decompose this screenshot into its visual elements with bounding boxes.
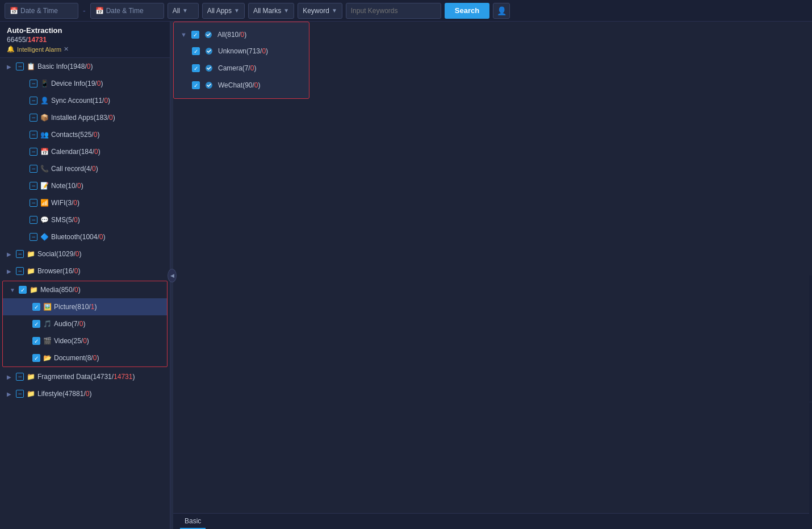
- keyword-filter[interactable]: Keyword ▼: [298, 3, 342, 19]
- user-icon: 👤: [497, 6, 507, 15]
- checkbox-camera[interactable]: [192, 64, 200, 72]
- tree-item-media[interactable]: ▼ 📁 Media(850/0): [3, 281, 167, 298]
- tree-item-picture[interactable]: 🖼️ Picture(810/1): [3, 298, 167, 315]
- item-label-basic-info: Basic Info(1948/0): [37, 63, 165, 70]
- item-label-installed-apps: Installed Apps(183/0): [51, 114, 165, 122]
- user-icon-button[interactable]: 👤: [493, 3, 510, 19]
- tree-item-social[interactable]: ▶ 📁 Social(1029/0): [0, 245, 170, 263]
- item-icon-basic-info: 📋: [26, 62, 35, 71]
- expand-icon-dropdown: ▼: [181, 31, 187, 38]
- apps-dropdown-item-camera[interactable]: Camera(7/0): [174, 60, 309, 77]
- expand-icon-social: ▶: [7, 251, 14, 257]
- main-layout: Auto-Extraction 66455/14731 🔔 Intelligen…: [0, 22, 812, 529]
- checkbox-bluetooth[interactable]: [30, 233, 37, 241]
- tree-item-installed-apps[interactable]: 📦 Installed Apps(183/0): [0, 109, 170, 126]
- checkbox-picture[interactable]: [32, 303, 40, 311]
- tab-basic[interactable]: Basic: [180, 514, 206, 529]
- alarm-icon: 🔔: [7, 45, 15, 53]
- checkbox-wifi[interactable]: [30, 199, 37, 207]
- checkbox-wechat[interactable]: [192, 81, 200, 89]
- sidebar: Auto-Extraction 66455/14731 🔔 Intelligen…: [0, 22, 170, 529]
- item-icon-calendar: 📅: [40, 147, 49, 156]
- filter-all-select[interactable]: All ▼: [168, 3, 199, 19]
- checkbox-contacts[interactable]: [30, 131, 37, 139]
- search-button[interactable]: Search: [445, 3, 489, 19]
- item-label-social: Social(1029/0): [37, 250, 165, 258]
- checkbox-media[interactable]: [19, 286, 27, 294]
- tree-item-calendar[interactable]: 📅 Calendar(184/0): [0, 143, 170, 160]
- checkbox-audio[interactable]: [32, 320, 40, 328]
- tree-item-fragmented[interactable]: ▶ 📁 Fragmented Data(14731/14731): [0, 368, 170, 385]
- calendar-icon2: 📅: [95, 7, 104, 15]
- item-icon-installed-apps: 📦: [40, 113, 49, 122]
- checkbox-fragmented[interactable]: [16, 373, 24, 381]
- item-label-document: Document(8/0): [54, 354, 162, 362]
- item-label-media: Media(850/0): [40, 286, 162, 294]
- dropdown-icon-camera: [204, 64, 214, 73]
- checkbox-all-dropdown[interactable]: [191, 31, 199, 39]
- checkbox-basic-info[interactable]: [16, 63, 24, 70]
- checkbox-social[interactable]: [16, 250, 24, 258]
- tree-item-lifestyle[interactable]: ▶ 📁 Lifestyle(47881/0): [0, 385, 170, 402]
- apps-dropdown-item-unknown[interactable]: Unknown(713/0): [174, 43, 309, 60]
- collapse-left-button[interactable]: ◀: [168, 269, 177, 282]
- filter-apps-select[interactable]: All Apps ▼: [202, 3, 245, 19]
- tree-item-browser[interactable]: ▶ 📁 Browser(16/0): [0, 263, 170, 280]
- resize-dots-vertical-icon: ···: [809, 399, 812, 405]
- tree-item-note[interactable]: 📝 Note(10/0): [0, 177, 170, 194]
- start-datetime-label: Date & Time: [20, 7, 58, 15]
- checkbox-unknown[interactable]: [192, 47, 200, 55]
- item-icon-media: 📁: [29, 285, 38, 294]
- tree-item-wifi[interactable]: 📶 WIFI(3/0): [0, 194, 170, 211]
- item-label-audio: Audio(7/0): [54, 320, 162, 328]
- item-label-bluetooth: Bluetooth(1004/0): [51, 233, 165, 241]
- item-label-calendar: Calendar(184/0): [51, 148, 165, 156]
- auto-extraction-count: 66455/14731: [7, 36, 163, 44]
- item-icon-video: 🎬: [43, 336, 52, 345]
- checkbox-note[interactable]: [30, 182, 37, 190]
- vertical-resize-handle[interactable]: ···: [809, 276, 812, 530]
- item-label-picture: Picture(810/1): [54, 303, 162, 311]
- apps-dropdown-item-wechat[interactable]: WeChat(90/0): [174, 77, 309, 94]
- keyword-input[interactable]: [346, 3, 441, 19]
- tree-item-basic-info[interactable]: ▶ 📋 Basic Info(1948/0): [0, 58, 170, 75]
- checkbox-call-record[interactable]: [30, 165, 37, 173]
- apps-dropdown-header[interactable]: ▼ All(810/0): [174, 27, 309, 43]
- tree-item-document[interactable]: 📂 Document(8/0): [3, 349, 167, 366]
- filter-marks-select[interactable]: All Marks ▼: [248, 3, 294, 19]
- chevron-down-icon: ▼: [182, 7, 188, 14]
- content-panel: ◀ ▼ All(810/0): [173, 22, 812, 529]
- tree-item-bluetooth[interactable]: 🔷 Bluetooth(1004/0): [0, 228, 170, 245]
- delete-icon[interactable]: ✕: [64, 45, 69, 53]
- tree-item-sms[interactable]: 💬 SMS(5/0): [0, 211, 170, 228]
- start-datetime-input[interactable]: 📅 Date & Time: [5, 3, 78, 19]
- checkbox-video[interactable]: [32, 337, 40, 345]
- checkbox-calendar[interactable]: [30, 148, 37, 156]
- tree-item-sync-account[interactable]: 👤 Sync Account(11/0): [0, 92, 170, 109]
- checkbox-document[interactable]: [32, 354, 40, 362]
- dropdown-label-all: All(810/0): [217, 31, 302, 39]
- dropdown-label-unknown: Unknown(713/0): [218, 47, 300, 55]
- checkbox-installed-apps[interactable]: [30, 114, 37, 122]
- tree-item-call-record[interactable]: 📞 Call record(4/0): [0, 160, 170, 177]
- item-icon-picture: 🖼️: [43, 302, 52, 311]
- checkbox-device-info[interactable]: [30, 80, 37, 88]
- dropdown-label-wechat: WeChat(90/0): [218, 81, 300, 89]
- checkbox-lifestyle[interactable]: [16, 390, 24, 398]
- checkbox-browser[interactable]: [16, 267, 24, 275]
- tree-item-contacts[interactable]: 👥 Contacts(525/0): [0, 126, 170, 143]
- filter-apps-label: All Apps: [207, 7, 232, 15]
- checkbox-sms[interactable]: [30, 216, 37, 224]
- tree-item-video[interactable]: 🎬 Video(25/0): [3, 332, 167, 349]
- tree-item-audio[interactable]: 🎵 Audio(7/0): [3, 315, 167, 332]
- dropdown-label-camera: Camera(7/0): [218, 64, 300, 72]
- item-icon-document: 📂: [43, 353, 52, 363]
- tree-item-device-info[interactable]: 📱 Device Info(19/0): [0, 75, 170, 92]
- item-icon-call: 📞: [40, 164, 49, 173]
- item-icon-device: 📱: [40, 79, 49, 88]
- end-datetime-input[interactable]: 📅 Date & Time: [90, 3, 164, 19]
- checkbox-sync-account[interactable]: [30, 97, 37, 105]
- chevron-left-icon: ◀: [170, 273, 174, 278]
- intelligent-alarm[interactable]: 🔔 Intelligent Alarm ✕: [7, 45, 163, 53]
- media-section-highlight: ▼ 📁 Media(850/0) 🖼️ Picture(810/1) 🎵 Aud…: [2, 281, 168, 367]
